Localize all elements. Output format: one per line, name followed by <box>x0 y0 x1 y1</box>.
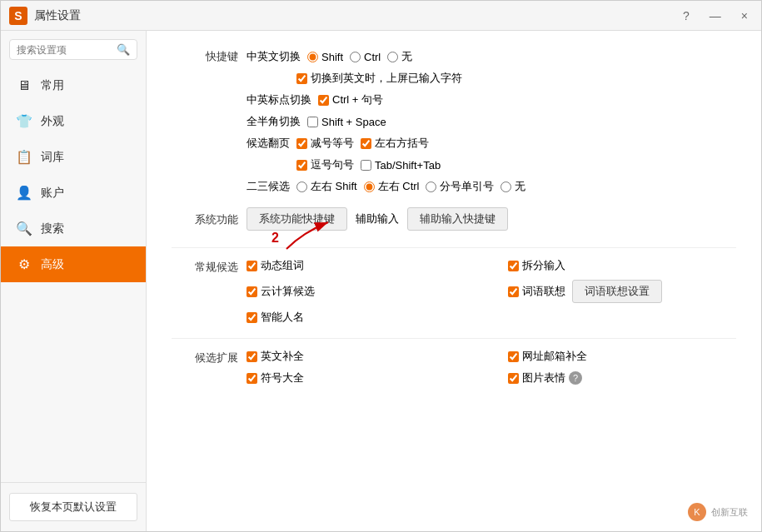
page-turn-label: 候选翻页 <box>247 136 290 151</box>
sidebar-item-dictionary-label: 词库 <box>41 150 64 165</box>
radio-lr-ctrl[interactable]: 左右 Ctrl <box>364 179 420 194</box>
watermark-text: 创新互联 <box>711 506 748 519</box>
pageturn-tab[interactable]: Tab/Shift+Tab <box>361 159 441 172</box>
cn-en-row: 快捷键 中英文切换 Shift Ctrl <box>172 47 736 201</box>
opt-url-email[interactable]: 网址邮箱补全 <box>508 349 736 364</box>
divider-2 <box>172 338 736 339</box>
titlebar-controls: ? — × <box>678 7 753 24</box>
main-window: S 属性设置 ? — × 🔍 🖥 常用 👕 外观 <box>0 0 762 532</box>
system-func-btn[interactable]: 系统功能快捷键 <box>247 207 347 231</box>
candidate-expand-row: 候选扩展 英文补全 网址邮箱补全 符号大全 <box>172 349 736 385</box>
opt-split-input[interactable]: 拆分输入 <box>508 258 736 273</box>
watermark-logo: K <box>688 503 706 521</box>
punct-switch-checkbox[interactable]: Ctrl + 句号 <box>318 92 383 107</box>
restore-defaults-button[interactable]: 恢复本页默认设置 <box>9 493 137 521</box>
switch-hint-checkbox[interactable]: 切换到英文时，上屏已输入字符 <box>296 71 462 86</box>
titlebar-left: S 属性设置 <box>9 7 81 25</box>
account-icon: 👤 <box>16 185 32 201</box>
sidebar-item-account-label: 账户 <box>41 186 64 201</box>
divider-1 <box>172 247 736 248</box>
cn-en-switch-label: 中英文切换 <box>247 49 301 64</box>
candidate23-label: 二三候选 <box>247 179 290 194</box>
minimize-button[interactable]: — <box>705 7 726 24</box>
opt-en-complete[interactable]: 英文补全 <box>247 349 475 364</box>
opt-dynamic-word[interactable]: 动态组词 <box>247 258 475 273</box>
pageturn-minus[interactable]: 减号等号 <box>296 136 354 151</box>
pageturn-comma[interactable]: 逗号句号 <box>296 157 354 172</box>
radio-ctrl[interactable]: Ctrl <box>350 51 381 63</box>
radio-lr-shift[interactable]: 左右 Shift <box>296 179 357 194</box>
candidate-expand-label: 候选扩展 <box>172 349 238 365</box>
assist-input-label: 辅助输入 <box>356 211 399 226</box>
shortcuts-label: 快捷键 <box>172 47 238 64</box>
search-box[interactable]: 🔍 <box>9 39 137 60</box>
sidebar-item-general-label: 常用 <box>41 78 64 93</box>
search-icon: 🔍 <box>117 43 130 56</box>
opt-emoji[interactable]: 图片表情 <box>508 370 565 385</box>
close-button[interactable]: × <box>736 7 753 24</box>
sidebar-item-account[interactable]: 👤 账户 <box>1 175 146 211</box>
system-func-row: 系统功能 系统功能快捷键 辅助输入 辅助输入快捷键 2 <box>172 207 736 231</box>
advanced-icon: ⚙ <box>16 256 32 272</box>
main-content: 🔍 🖥 常用 👕 外观 📋 词库 👤 账户 <box>1 31 761 531</box>
candidate-expand-options: 英文补全 网址邮箱补全 符号大全 <box>247 349 736 385</box>
app-logo: S <box>9 7 27 25</box>
sidebar-item-appearance[interactable]: 👕 外观 <box>1 103 146 139</box>
watermark: K 创新互联 <box>681 500 755 525</box>
radio-semicolon[interactable]: 分号单引号 <box>426 179 494 194</box>
annotation-2: 2 <box>271 231 279 246</box>
word-assoc-settings-btn[interactable]: 词语联想设置 <box>572 280 662 303</box>
radio-shift[interactable]: Shift <box>307 51 343 63</box>
emoji-help-icon[interactable]: ? <box>569 371 582 385</box>
nav-items: 🖥 常用 👕 外观 📋 词库 👤 账户 🔍 搜索 <box>1 68 146 482</box>
emoji-row: 图片表情 ? <box>508 370 736 385</box>
sidebar-item-dictionary[interactable]: 📋 词库 <box>1 139 146 175</box>
sidebar-item-general[interactable]: 🖥 常用 <box>1 68 146 103</box>
sidebar-item-appearance-label: 外观 <box>41 114 64 129</box>
halfwidth-label: 全半角切换 <box>247 114 301 129</box>
halfwidth-checkbox[interactable]: Shift + Space <box>307 116 386 128</box>
sidebar-item-search-label: 搜索 <box>41 221 64 236</box>
help-button[interactable]: ? <box>678 7 695 24</box>
appearance-icon: 👕 <box>16 113 32 129</box>
opt-smart-name[interactable]: 智能人名 <box>247 310 475 325</box>
dictionary-icon: 📋 <box>16 149 32 165</box>
system-func-label: 系统功能 <box>172 211 238 227</box>
opt-cloud-calc[interactable]: 云计算候选 <box>247 280 475 303</box>
punct-switch-label: 中英标点切换 <box>247 92 311 107</box>
sidebar-item-search[interactable]: 🔍 搜索 <box>1 211 146 246</box>
general-icon: 🖥 <box>16 78 32 93</box>
radio-none[interactable]: 无 <box>387 49 412 64</box>
window-title: 属性设置 <box>34 8 81 23</box>
opt-word-assoc[interactable]: 词语联想 <box>508 284 565 299</box>
opt-symbol-full[interactable]: 符号大全 <box>247 370 475 385</box>
sidebar: 🔍 🖥 常用 👕 外观 📋 词库 👤 账户 <box>1 31 147 531</box>
sidebar-item-advanced[interactable]: ⚙ 高级 <box>1 246 146 282</box>
common-candidates-label: 常规候选 <box>172 258 238 275</box>
pageturn-bracket[interactable]: 左右方括号 <box>361 136 429 151</box>
annotation-num-2: 2 <box>271 231 279 245</box>
right-panel: 快捷键 中英文切换 Shift Ctrl <box>147 31 761 531</box>
shortcuts-section: 快捷键 中英文切换 Shift Ctrl <box>172 47 736 385</box>
search-nav-icon: 🔍 <box>16 221 32 236</box>
word-assoc-row: 词语联想 词语联想设置 <box>508 280 736 303</box>
common-candidates-options: 动态组词 拆分输入 云计算候选 <box>247 258 736 325</box>
sidebar-item-advanced-label: 高级 <box>41 257 64 272</box>
assist-input-btn[interactable]: 辅助输入快捷键 <box>407 207 508 231</box>
common-candidates-row: 常规候选 动态组词 拆分输入 云计算候选 <box>172 258 736 325</box>
titlebar: S 属性设置 ? — × <box>1 1 761 31</box>
search-input[interactable] <box>17 44 112 56</box>
radio-cand23-none[interactable]: 无 <box>501 179 525 194</box>
sidebar-footer: 恢复本页默认设置 <box>1 482 146 531</box>
